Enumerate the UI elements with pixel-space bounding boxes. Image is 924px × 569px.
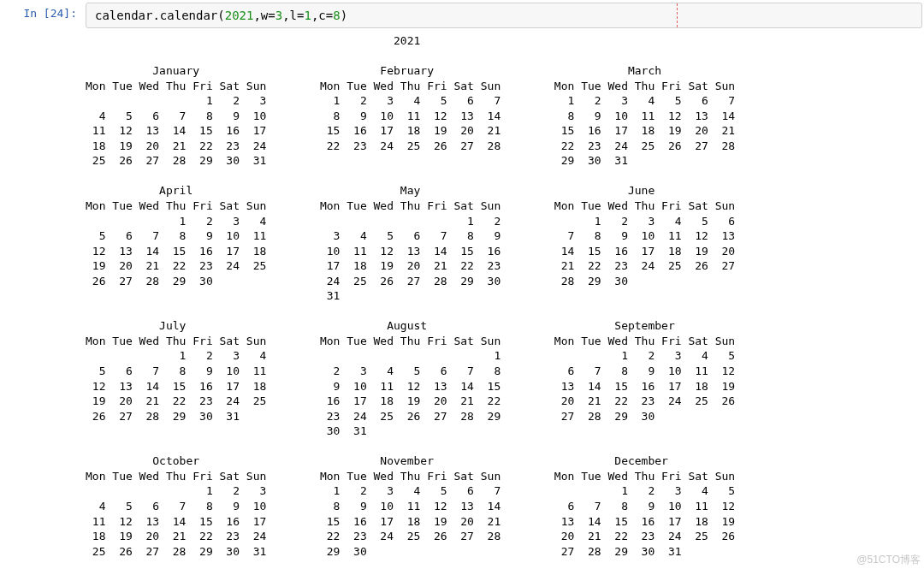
code-token: ,l= [282,9,304,22]
notebook-cell-frame: In [24]: calendar.calendar(2021,w=3,l=1,… [0,0,924,569]
code-token-num: 2021 [225,9,254,22]
code-token-num: 1 [304,9,311,22]
code-input[interactable]: calendar.calendar(2021,w=3,l=1,c=8) [86,3,922,28]
cell-output: 2021 January February March Mon Tue Wed … [0,28,924,569]
watermark: @51CTO博客 [856,553,921,567]
code-token: ,c= [311,9,333,22]
wrap-ruler [677,3,678,27]
code-token: ,w= [253,9,275,22]
code-token-num: 3 [275,9,282,22]
code-line: calendar.calendar(2021,w=3,l=1,c=8) [95,9,913,22]
code-token-num: 8 [333,9,340,22]
code-token: calendar.calendar( [95,9,225,22]
code-token: ) [341,9,347,22]
code-cell: In [24]: calendar.calendar(2021,w=3,l=1,… [0,0,924,28]
input-prompt: In [24]: [0,0,86,20]
